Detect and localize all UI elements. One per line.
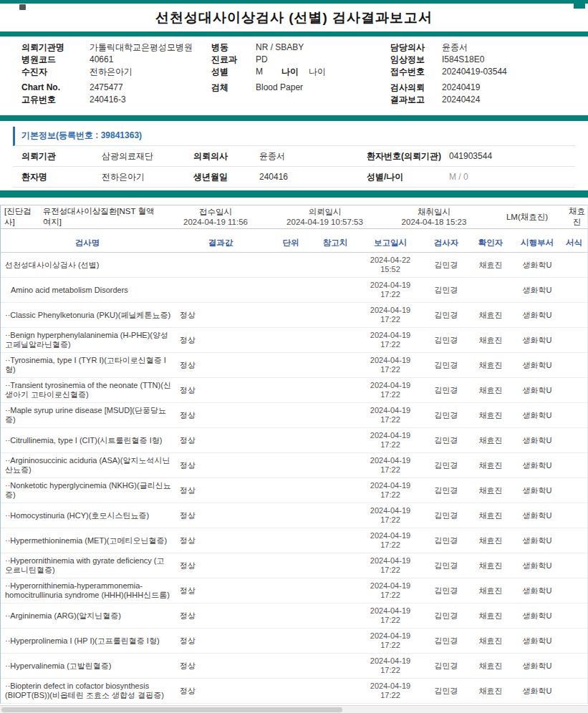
field-label: 담당의사 (390, 42, 442, 54)
result-row[interactable]: ··Biopterin defect in cofactor biosynthe… (1, 679, 587, 704)
info-field: 접수번호20240419-03544 (390, 66, 588, 78)
result-row[interactable]: 선천성대사이상검사 (선별)2024-04-2215:52김민경채효진생화학U (1, 253, 587, 278)
result-row[interactable]: Amino acid metabolism Disorders2024-04-1… (1, 278, 587, 303)
result-row[interactable]: ··Transient tyrosinemia of the neonate (… (1, 378, 587, 403)
verifier-cell: 채효진 (468, 310, 514, 321)
reported-datetime-cell: 2024-04-1917:22 (356, 456, 425, 475)
test-name-cell: ··Hypervalinemia (고발린혈증) (1, 659, 174, 673)
tester-cell: 김민경 (425, 485, 468, 496)
verifier-cell: 채효진 (468, 510, 514, 521)
verifier-cell: 채효진 (468, 410, 514, 421)
tester-cell: 김민경 (425, 561, 468, 571)
test-name-cell: ··Transient tyrosinemia of the neonate (… (1, 379, 174, 402)
department-cell: 생화학U (514, 485, 561, 496)
header-accent-bar (0, 31, 588, 37)
reported-datetime-cell: 2024-04-1917:22 (356, 531, 425, 550)
test-name-cell: ··Citrullinemia, type I (CIT)(시트룰린혈증 I형) (1, 434, 174, 447)
reported-datetime-cell: 2024-04-1917:22 (356, 506, 425, 525)
department-cell: 생화학U (514, 636, 561, 646)
field-label: 검체 (211, 82, 256, 94)
result-row[interactable]: ··Classic Phenylketonuria (PKU)(페닐케톤뇨증)정… (1, 303, 587, 328)
field-label: 성별/나이 (367, 171, 449, 183)
result-row[interactable]: ··Hypervalinemia (고발린혈증)정상2024-04-1917:2… (1, 654, 587, 679)
result-row[interactable]: ··Hyperornithinemia-hyperammonemia-homoc… (1, 578, 587, 603)
patient-info-section: 의뢰기관명가톨릭대학교은평성모병원병원코드40661수진자전하은아기Chart … (0, 37, 588, 115)
tester-cell: 김민경 (425, 586, 468, 596)
horizontal-scrollbar-thumb[interactable] (1, 707, 342, 712)
department-cell: 생화학U (514, 310, 561, 321)
result-row[interactable]: ··Hypermethioninemia (MET)(고메티오닌혈증)정상202… (1, 528, 587, 553)
result-row[interactable]: ··Hyperornithinemia with gyrate deficien… (1, 553, 587, 578)
info-field: 의뢰기관명가톨릭대학교은평성모병원 (21, 42, 211, 54)
field-label: 접수번호 (390, 66, 442, 78)
info-field: 담당의사윤종서 (390, 42, 588, 54)
verifier-cell: 채효진 (468, 611, 514, 621)
verifier-cell: 채효진 (468, 460, 514, 471)
field-label: 의뢰기관 (21, 150, 102, 163)
department-cell: 생화학U (514, 686, 561, 697)
department-cell: 생화학U (514, 410, 561, 421)
result-value-cell: 정상 (174, 485, 267, 496)
field-label: 환자번호(의뢰기관) (367, 150, 449, 163)
order-time: 채취일시2024-04-18 15:23 (380, 207, 488, 227)
reported-datetime-cell: 2024-04-1917:22 (356, 356, 425, 374)
field-value: 240416 (259, 172, 367, 182)
test-name-cell: ··Hyperprolinemia I (HP I)(고프롤린혈증 I형) (1, 634, 174, 648)
department-cell: 생화학U (514, 360, 561, 371)
field-value: I584S18E0 (442, 54, 484, 66)
column-header-3: 참고치 (314, 238, 356, 248)
result-value-cell: 정상 (174, 586, 267, 596)
result-row[interactable]: ··Citrullinemia, type I (CIT)(시트룰린혈증 I형)… (1, 428, 587, 453)
result-row[interactable]: ··Argininosuccinic aciduria (ASA)(알지노석시닌… (1, 453, 587, 478)
result-row[interactable]: ··Benign hyperphenylalaninemia (H-PHE)(양… (1, 328, 587, 353)
tester-cell: 김민경 (425, 285, 468, 296)
test-name-cell: ··Maple syrup urine disease [MSUD](단풍당뇨증… (1, 404, 174, 427)
column-header-1: 결과값 (174, 238, 267, 248)
reported-datetime-cell: 2024-04-1917:22 (356, 556, 425, 575)
test-name-cell: ··Benign hyperphenylalaninemia (H-PHE)(양… (1, 329, 174, 351)
corner-accent (574, 4, 585, 9)
result-value-cell: 정상 (174, 661, 267, 671)
tester-cell: 김민경 (425, 510, 468, 521)
order-summary-row[interactable]: [진단검사] 유전성대사이상질환[NST 혈액여지] 접수일시2024-04-1… (1, 205, 587, 229)
tester-cell: 김민경 (425, 435, 468, 446)
field-value: NR / SBABY (256, 42, 304, 54)
department-cell: 생화학U (514, 586, 561, 596)
info-field: 고유번호240416-3 (21, 94, 211, 106)
reported-datetime-cell: 2024-04-1917:22 (356, 606, 425, 625)
result-row[interactable]: ··Hyperprolinemia I (HP I)(고프롤린혈증 I형)정상2… (1, 629, 587, 654)
result-row[interactable]: ··Tyrosinemia, type I (TYR I)(고타이로신혈증 I형… (1, 353, 587, 378)
result-row[interactable]: ··Nonketotic hyperglycinemia (NKHG)(글리신뇨… (1, 478, 587, 503)
result-row[interactable]: ··Homocystinuria (HCY)(호모시스틴뇨증)정상2024-04… (1, 503, 587, 528)
column-header-6: 확인자 (468, 238, 514, 248)
tester-cell: 김민경 (425, 310, 468, 321)
test-name-cell: ··Homocystinuria (HCY)(호모시스틴뇨증) (1, 509, 174, 523)
page-title: 선천성대사이상검사 (선별) 검사결과보고서 (0, 9, 588, 27)
field-value: 20240419 (442, 82, 480, 94)
field-value: 가톨릭대학교은평성모병원 (90, 42, 193, 54)
horizontal-scrollbar[interactable] (0, 705, 588, 713)
reported-datetime-cell: 2024-04-1917:22 (356, 631, 425, 650)
verifier-cell: 채효진 (468, 485, 514, 496)
results-table-header: 검사명결과값단위참고치보고일시검사자확인자시행부서서식 (1, 233, 587, 253)
field-label: 검사의뢰 (390, 82, 442, 94)
section-divider-bar (0, 115, 588, 121)
verifier-cell: 채효진 (468, 686, 514, 697)
order-name: [진단검사] 유전성대사이상질환[NST 혈액여지] (1, 206, 162, 228)
field-value: Blood Paper (256, 82, 303, 94)
order-time-value: 2024-04-18 15:23 (380, 217, 488, 227)
tester-cell: 김민경 (425, 535, 468, 546)
field-value: 20240424 (442, 94, 480, 106)
result-row[interactable]: ··Argininemia (ARG)(알지닌혈증)정상2024-04-1917… (1, 603, 587, 629)
result-value-cell: 정상 (174, 435, 267, 446)
result-value-cell: 정상 (174, 385, 267, 396)
verifier-cell: 채효진 (468, 561, 514, 571)
basic-info-table: 의뢰기관삼광의료재단의뢰의사윤종서환자번호(의뢰기관)041903544환자명전… (13, 146, 575, 188)
section-divider-bar (0, 190, 588, 198)
result-row[interactable]: ··Maple syrup urine disease [MSUD](단풍당뇨증… (1, 403, 587, 428)
field-label: 의뢰기관명 (21, 42, 90, 54)
info-field: Chart No.2475477 (21, 82, 211, 94)
department-cell: 생화학U (514, 561, 561, 571)
field-label: 고유번호 (21, 94, 90, 106)
column-header-5: 검사자 (425, 238, 468, 248)
